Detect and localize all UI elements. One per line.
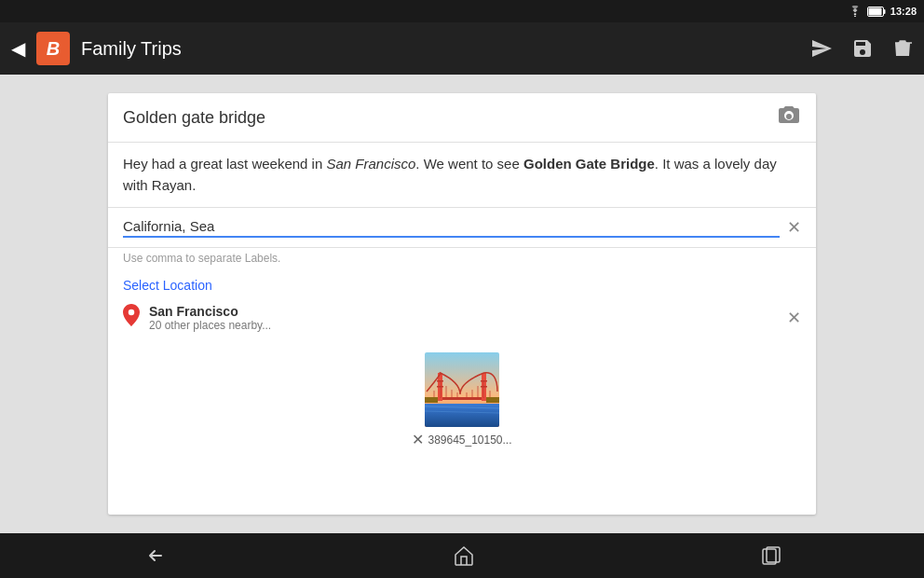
toolbar-actions (810, 37, 913, 60)
nav-home-button[interactable] (453, 545, 475, 566)
camera-button[interactable] (777, 104, 801, 131)
labels-input[interactable] (123, 218, 780, 238)
location-item: San Francisco 20 other places nearby... … (108, 298, 816, 337)
app-logo-letter: B (47, 38, 60, 60)
body-text-2: . We went to see (415, 156, 523, 172)
delete-button[interactable] (892, 37, 913, 60)
svg-rect-3 (868, 7, 881, 15)
send-button[interactable] (810, 37, 833, 60)
remove-photo-button[interactable]: ✕ (412, 431, 424, 448)
map-pin-icon (123, 304, 140, 332)
location-name: San Francisco (149, 304, 778, 319)
location-info: San Francisco 20 other places nearby... (149, 304, 778, 332)
left-sidebar (0, 75, 104, 533)
wifi-icon (848, 6, 863, 17)
photo-image (425, 352, 499, 427)
svg-rect-20 (481, 386, 487, 388)
svg-rect-2 (883, 9, 885, 14)
svg-rect-31 (425, 397, 438, 403)
labels-container: ✕ (108, 208, 816, 248)
svg-rect-17 (437, 380, 443, 382)
app-bar: ◀ B Family Trips (0, 22, 924, 75)
photo-area: ✕ 389645_10150... (108, 337, 816, 463)
body-text-1: Hey had a great last weekend in (123, 156, 326, 172)
photo-thumbnail (425, 352, 499, 427)
svg-rect-32 (486, 397, 499, 403)
remove-location-button[interactable]: ✕ (787, 308, 801, 328)
status-icons: 13:28 (848, 6, 917, 17)
editor-card: Hey had a great last weekend in San Fran… (108, 93, 816, 515)
bottom-nav (0, 533, 924, 578)
body-text: Hey had a great last weekend in San Fran… (108, 143, 816, 208)
status-bar: 13:28 (0, 0, 924, 22)
svg-rect-18 (437, 386, 443, 388)
save-button[interactable] (851, 37, 874, 60)
photo-item: ✕ 389645_10150... (412, 352, 511, 448)
clear-labels-button[interactable]: ✕ (787, 217, 801, 238)
app-logo: B (36, 32, 70, 65)
labels-hint: Use comma to separate Labels. (108, 248, 816, 272)
time-display: 13:28 (890, 6, 917, 17)
svg-point-0 (854, 16, 856, 17)
select-location-button[interactable]: Select Location (108, 272, 816, 298)
right-sidebar (820, 75, 924, 533)
body-bold-ggb: Golden Gate Bridge (523, 156, 655, 172)
nav-back-button[interactable] (143, 545, 167, 566)
nav-recents-button[interactable] (761, 545, 781, 566)
back-button[interactable]: ◀ (11, 37, 25, 60)
body-italic-sf: San Francisco (326, 156, 415, 172)
svg-point-9 (786, 114, 792, 119)
photo-name: 389645_10150... (428, 434, 511, 447)
app-title: Family Trips (81, 38, 799, 60)
title-input[interactable] (123, 108, 777, 128)
battery-icon (867, 7, 886, 17)
svg-rect-19 (481, 380, 487, 382)
photo-remove-row: ✕ 389645_10150... (412, 431, 511, 448)
title-field-container (108, 93, 816, 143)
location-sub: 20 other places nearby... (149, 319, 778, 332)
main-content: Hey had a great last weekend in San Fran… (0, 75, 924, 533)
